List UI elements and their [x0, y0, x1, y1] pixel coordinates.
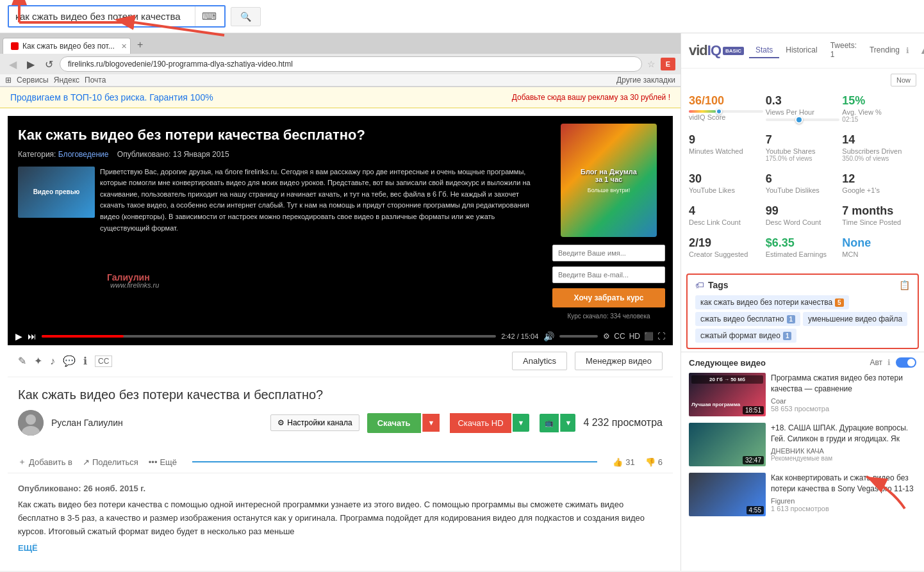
now-button[interactable]: Now — [891, 74, 916, 86]
tag-item-3[interactable]: сжатый формат видео 1 — [695, 329, 796, 343]
bookmark-yandex[interactable]: Яндекс — [54, 76, 79, 85]
score-bar-fill — [689, 110, 716, 113]
vidiq-collapse-button[interactable]: ▲ — [920, 45, 924, 56]
edit-icon[interactable]: ✎ — [18, 355, 26, 367]
manager-button[interactable]: Менеджер видео — [575, 352, 663, 370]
vidiq-iq-text: IQ — [707, 42, 721, 59]
forward-button[interactable]: ▶ — [23, 57, 38, 72]
search-button[interactable]: 🔍 — [231, 7, 261, 26]
name-input[interactable] — [552, 245, 665, 261]
email-input[interactable] — [552, 266, 665, 283]
subtitles-icon[interactable]: CC — [614, 332, 625, 341]
resolution-icon[interactable]: HD — [629, 332, 640, 341]
analytics-button[interactable]: Analytics — [512, 352, 567, 370]
time-display: 2:42 / 15:04 — [501, 332, 538, 340]
stat-desc-link: 4 Desc Link Count — [689, 202, 763, 229]
desc-word-value: 99 — [766, 204, 840, 218]
theater-icon[interactable]: ⬛ — [644, 332, 654, 341]
thumbs-up-icon: 👍 — [613, 457, 623, 467]
ad-banner: Продвигаем в ТОП-10 без риска. Гарантия … — [0, 87, 681, 108]
download-hd-button[interactable]: Скачать HD — [450, 413, 511, 433]
volume-bar[interactable] — [559, 335, 598, 338]
tab-favicon — [11, 42, 19, 50]
share-icon: ↗ — [83, 457, 90, 467]
channel-settings-button[interactable]: ⚙ Настройки канала — [270, 414, 359, 431]
vidiq-tab-trending[interactable]: Trending — [863, 43, 906, 58]
tags-copy-icon[interactable]: 📋 — [899, 280, 910, 290]
more-button[interactable]: ••• Ещё — [149, 457, 177, 467]
vidiq-tabs: Stats Historical Tweets: 1 Trending ℹ — [749, 38, 909, 63]
tag-item-2[interactable]: уменьшение видео файла — [803, 312, 907, 326]
vidiq-tab-historical[interactable]: Historical — [779, 43, 823, 58]
book-title: Блог на Джумлаза 1 час — [581, 168, 637, 183]
tab-close-icon[interactable]: ✕ — [121, 42, 127, 51]
video-section: Как сжать видео без потери качества бесп… — [0, 108, 681, 571]
fullscreen-icon[interactable]: ⛶ — [657, 332, 665, 341]
vidiq-info-icon[interactable]: ℹ — [906, 46, 909, 55]
views-count: 4 232 просмотра — [583, 417, 663, 429]
bookmark-services[interactable]: Сервисы — [17, 76, 49, 85]
subscribers-label: Subscribers Driven — [842, 147, 916, 155]
info-icon[interactable]: ℹ — [83, 355, 87, 367]
show-more-button[interactable]: ЕЩЁ — [18, 543, 663, 553]
subscribe-arrow-button[interactable]: ▼ — [422, 414, 440, 432]
tag-item-1[interactable]: сжать видео бесплатно 1 — [695, 312, 800, 326]
cc-icon[interactable]: CC — [95, 355, 112, 367]
other-bookmarks[interactable]: Другие закладки — [616, 76, 675, 85]
next-video-item-0[interactable]: 20 Гб → 50 Мб 18:51 Лучшая программа Про… — [689, 373, 916, 416]
channel-name[interactable]: Руслан Галиулин — [51, 418, 263, 428]
search-input[interactable] — [9, 7, 195, 26]
address-bar[interactable] — [60, 56, 642, 72]
video-small-thumb: Видео превью — [18, 167, 95, 218]
score-bar — [689, 110, 763, 113]
share-button[interactable]: ↗ Поделиться — [83, 457, 138, 467]
bookmark-mail[interactable]: Почта — [85, 76, 106, 85]
plus-icon: ＋ — [18, 456, 26, 468]
ext-button[interactable]: Е — [661, 58, 675, 70]
volume-button[interactable]: 🔊 — [543, 331, 554, 341]
video-published: Опубликовано: 13 Января 2015 — [117, 150, 229, 159]
progress-fill — [42, 335, 124, 338]
keyboard-icon[interactable]: ⌨ — [195, 6, 223, 26]
channel-icon-group: 📺 ▼ — [540, 414, 575, 432]
score-label: vidIQ Score — [689, 113, 763, 121]
progress-bar[interactable] — [42, 335, 496, 338]
video-category-link[interactable]: Блоговедение — [58, 150, 109, 159]
download-quality-button[interactable]: ▼ — [513, 414, 530, 432]
form-submit-button[interactable]: Хочу забрать курс — [552, 288, 665, 307]
next-video-item-2[interactable]: 4:55 Как конвертировать и сжать видео бе… — [689, 473, 916, 516]
next-video-channel-2: Figuren — [771, 497, 916, 505]
yt-shares-sublabel: 175.0% of views — [766, 155, 840, 162]
next-button[interactable]: ⏭ — [28, 331, 37, 341]
bookmark-star-icon[interactable]: ☆ — [645, 59, 658, 69]
next-video-item-1[interactable]: 32:47 +18. САША ШПАК. Дурацкие вопросы. … — [689, 423, 916, 466]
magic-icon[interactable]: ✦ — [34, 355, 42, 367]
play-button[interactable]: ▶ — [15, 331, 22, 341]
back-button[interactable]: ◀ — [5, 57, 21, 72]
channel-icon-arrow[interactable]: ▼ — [560, 414, 575, 432]
add-to-button[interactable]: ＋ Добавить в — [18, 456, 72, 468]
subscribe-button[interactable]: Скачать — [367, 413, 421, 433]
music-icon[interactable]: ♪ — [50, 355, 55, 367]
new-tab-button[interactable]: + — [131, 36, 149, 54]
comment-icon[interactable]: 💬 — [63, 355, 76, 367]
autoplay-toggle[interactable] — [896, 357, 916, 368]
autoplay-info-icon: ℹ — [887, 358, 891, 367]
more-icon: ••• — [149, 457, 158, 467]
page-content: Продвигаем в ТОП-10 без риска. Гарантия … — [0, 87, 681, 571]
video-player[interactable]: Как сжать видео без потери качества бесп… — [8, 116, 673, 327]
video-author-watermark: Галиулин — [107, 272, 150, 282]
vidiq-panel: vid IQ BASIC Stats Historical Tweets: 1 … — [681, 33, 924, 352]
like-button[interactable]: 👍 31 — [613, 457, 634, 467]
autoplay-label: Авт — [870, 358, 882, 367]
tag-item-0[interactable]: как сжать видео без потери качества 5 — [695, 295, 849, 309]
settings-icon[interactable]: ⚙ — [603, 332, 610, 341]
ad-link[interactable]: Продвигаем в ТОП-10 без риска. Гарантия … — [10, 92, 213, 102]
dislike-button[interactable]: 👎 6 — [645, 457, 663, 467]
vidiq-tab-stats[interactable]: Stats — [749, 43, 779, 58]
channel-icon-button[interactable]: 📺 — [540, 414, 559, 432]
vidiq-tab-tweets[interactable]: Tweets: 1 — [824, 38, 863, 63]
browser-tab[interactable]: Как сжать видео без пот... ✕ — [3, 38, 131, 54]
reload-button[interactable]: ↺ — [41, 57, 57, 72]
right-sidebar: vid IQ BASIC Stats Historical Tweets: 1 … — [681, 33, 924, 571]
